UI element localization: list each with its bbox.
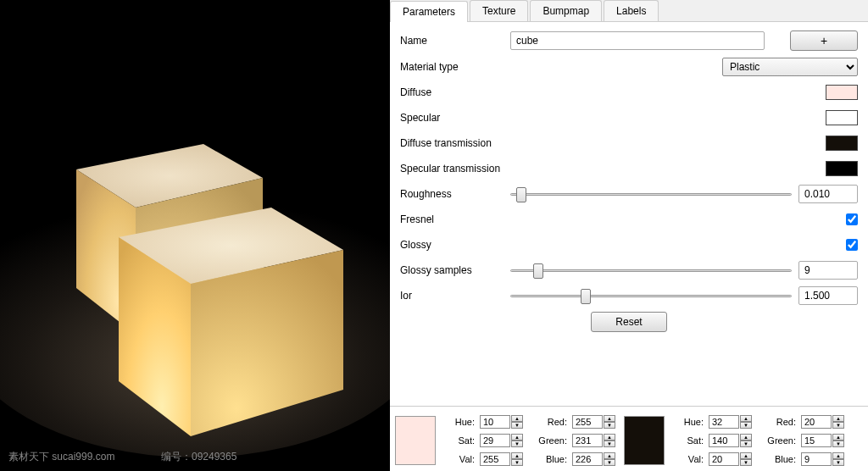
specular-trans-label: Specular transmission (400, 163, 510, 175)
properties-panel: Parameters Texture Bumpmap Labels Name +… (390, 0, 868, 471)
color2-sat[interactable] (709, 434, 739, 447)
down-icon[interactable]: ▼ (511, 422, 523, 429)
glossy-checkbox[interactable] (846, 239, 858, 251)
up-icon[interactable]: ▲ (604, 434, 615, 441)
down-icon[interactable]: ▼ (604, 459, 615, 466)
glossy-samples-slider[interactable] (510, 263, 792, 278)
color1-green[interactable] (572, 434, 603, 447)
down-icon[interactable]: ▼ (832, 441, 844, 447)
name-label: Name (400, 35, 510, 47)
ior-slider[interactable] (510, 288, 792, 303)
color1-val[interactable] (480, 452, 510, 466)
glossy-samples-value[interactable] (798, 261, 858, 280)
up-icon[interactable]: ▲ (604, 452, 615, 459)
tab-parameters[interactable]: Parameters (390, 1, 468, 22)
up-icon[interactable]: ▲ (832, 452, 844, 459)
specular-swatch[interactable] (826, 110, 858, 125)
render-preview: 素材天下 sucai999.com 编号：09249365 (0, 0, 390, 471)
down-icon[interactable]: ▼ (604, 441, 615, 447)
ior-value[interactable] (798, 286, 858, 305)
glossy-label: Glossy (400, 239, 510, 251)
color2-hue[interactable] (709, 415, 739, 429)
up-icon[interactable]: ▲ (740, 434, 752, 441)
up-icon[interactable]: ▲ (832, 415, 844, 422)
color1-red[interactable] (572, 415, 603, 429)
down-icon[interactable]: ▼ (832, 422, 844, 429)
down-icon[interactable]: ▼ (740, 422, 752, 429)
material-type-select[interactable]: Plastic (722, 58, 858, 76)
down-icon[interactable]: ▼ (604, 422, 615, 429)
up-icon[interactable]: ▲ (604, 415, 615, 422)
down-icon[interactable]: ▼ (740, 459, 752, 466)
fresnel-checkbox[interactable] (846, 213, 858, 225)
color2-red[interactable] (801, 415, 832, 429)
up-icon[interactable]: ▲ (740, 452, 752, 459)
fresnel-label: Fresnel (400, 213, 510, 225)
material-type-label: Material type (400, 61, 510, 73)
down-icon[interactable]: ▼ (832, 459, 844, 466)
color2-val[interactable] (709, 452, 739, 466)
roughness-value[interactable] (798, 185, 858, 203)
color1-swatch[interactable] (395, 416, 436, 465)
diffuse-trans-swatch[interactable] (826, 136, 858, 151)
add-button[interactable]: + (790, 30, 858, 51)
color-picker-bar: Hue: ▲▼ Sat: ▲▼ Val: ▲▼ Red: ▲▼ Green: ▲… (390, 406, 868, 471)
specular-label: Specular (400, 112, 510, 124)
up-icon[interactable]: ▲ (511, 452, 523, 459)
name-input[interactable] (510, 31, 765, 50)
roughness-label: Roughness (400, 188, 510, 200)
up-icon[interactable]: ▲ (832, 434, 844, 441)
roughness-slider[interactable] (510, 186, 792, 202)
down-icon[interactable]: ▼ (740, 441, 752, 447)
watermark-id: 编号：09249365 (161, 450, 236, 464)
watermark-site: 素材天下 sucai999.com (8, 451, 114, 463)
ior-label: Ior (400, 290, 510, 302)
tab-texture[interactable]: Texture (470, 0, 528, 21)
up-icon[interactable]: ▲ (511, 434, 523, 441)
diffuse-swatch[interactable] (826, 85, 858, 100)
tab-labels[interactable]: Labels (604, 0, 659, 21)
specular-trans-swatch[interactable] (826, 161, 858, 176)
down-icon[interactable]: ▼ (511, 459, 523, 466)
glossy-samples-label: Glossy samples (400, 264, 510, 276)
color1-hue[interactable] (480, 415, 510, 429)
color2-blue[interactable] (801, 452, 832, 466)
reset-button[interactable]: Reset (591, 312, 666, 332)
color1-sat[interactable] (480, 434, 510, 447)
tab-bumpmap[interactable]: Bumpmap (530, 0, 602, 21)
diffuse-trans-label: Diffuse transmission (400, 137, 510, 149)
diffuse-label: Diffuse (400, 86, 510, 98)
tab-bar: Parameters Texture Bumpmap Labels (390, 0, 868, 22)
up-icon[interactable]: ▲ (740, 415, 752, 422)
color2-swatch[interactable] (624, 416, 665, 465)
color2-green[interactable] (801, 434, 832, 447)
down-icon[interactable]: ▼ (511, 441, 523, 447)
up-icon[interactable]: ▲ (511, 415, 523, 422)
color1-blue[interactable] (572, 452, 603, 466)
